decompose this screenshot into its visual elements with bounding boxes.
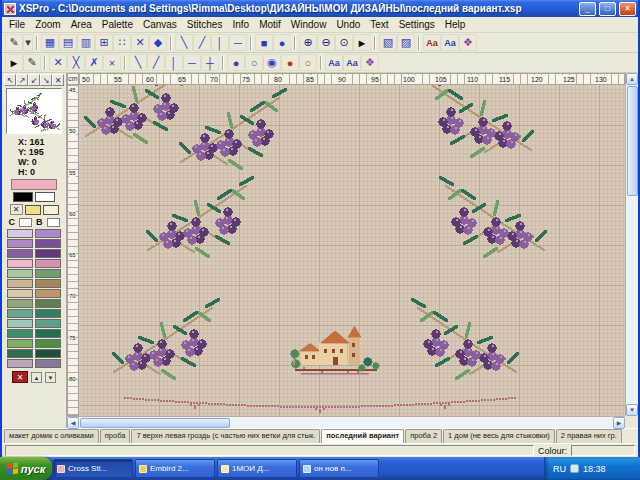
scroll-right-button[interactable]: ▶ [613, 417, 625, 429]
dir-tool-ne[interactable]: ↗ [16, 74, 28, 86]
filled-square-tool[interactable]: ■ [255, 34, 273, 51]
palette-swatch[interactable] [35, 319, 61, 328]
knot-red[interactable]: ● [281, 54, 299, 71]
palette-swatch[interactable] [7, 229, 33, 238]
minimize-button[interactable]: _ [579, 2, 596, 16]
full-cross-stitch[interactable]: ✕ [49, 54, 67, 71]
scroll-left-button[interactable]: ◀ [67, 417, 79, 429]
pencil-mode-dropdown[interactable]: ▾ [23, 34, 33, 51]
maximize-button[interactable]: □ [599, 2, 616, 16]
palette-swatch[interactable] [35, 249, 61, 258]
quarter-stitch-view[interactable]: ▥ [77, 34, 95, 51]
palette-swatch[interactable] [35, 309, 61, 318]
palette-swatch[interactable] [35, 359, 61, 368]
menu-undo[interactable]: Undo [331, 17, 365, 32]
palette-delete-button[interactable]: ✕ [12, 371, 28, 383]
palette-swatch[interactable] [35, 299, 61, 308]
dir-tool-nw[interactable]: ↖ [4, 74, 16, 86]
palette-swatch[interactable] [7, 309, 33, 318]
backstitch-diag-left[interactable]: ╲ [129, 54, 147, 71]
vertical-scrollbar[interactable]: ▲ ▼ [625, 73, 638, 416]
palette-tool[interactable]: ❖ [361, 54, 379, 71]
palette-swatch[interactable] [7, 339, 33, 348]
scroll-down-button[interactable]: ▼ [626, 404, 638, 416]
palette-swatch[interactable] [7, 359, 33, 368]
french-knot-outline[interactable]: ○ [245, 54, 263, 71]
task-button[interactable]: Cross Sti... [53, 459, 133, 478]
font-latin[interactable]: Aa [423, 34, 441, 51]
full-stitch-view[interactable]: ▦ [41, 34, 59, 51]
bead-tool[interactable]: ◉ [263, 54, 281, 71]
palette-scroll-down[interactable]: ▼ [45, 372, 56, 383]
palette-swatch[interactable] [35, 279, 61, 288]
vertical-scroll-thumb[interactable] [627, 86, 638, 196]
palette-swatch[interactable] [35, 229, 61, 238]
language-indicator[interactable]: RU [553, 464, 566, 474]
cross-marker[interactable]: ✕ [131, 34, 149, 51]
filled-circle-tool[interactable]: ● [273, 34, 291, 51]
select-tool[interactable]: ► [5, 54, 23, 71]
palette-swatch[interactable] [35, 259, 61, 268]
column-b-box[interactable] [47, 218, 60, 227]
tray-app-icon[interactable] [570, 464, 579, 473]
menu-window[interactable]: Window [286, 17, 332, 32]
palette-swatch[interactable] [7, 299, 33, 308]
grid-toggle[interactable]: ⊞ [95, 34, 113, 51]
pattern-canvas[interactable] [79, 85, 625, 416]
column-c-box[interactable] [19, 218, 32, 227]
pattern-view[interactable]: ▧ [379, 34, 397, 51]
palette-swatch[interactable] [35, 329, 61, 338]
pattern-tab[interactable]: макет домик с оливками [4, 429, 99, 443]
palette-swatch[interactable] [7, 349, 33, 358]
scroll-up-button[interactable]: ▲ [626, 73, 638, 85]
backstitch-line-h[interactable]: ─ [183, 54, 201, 71]
task-button[interactable]: Embird 2... [135, 459, 215, 478]
select-arrow[interactable]: ► [353, 34, 371, 51]
task-button[interactable]: он нов п... [299, 459, 379, 478]
cream-swatch[interactable] [43, 205, 59, 215]
menu-stitches[interactable]: Stitches [182, 17, 228, 32]
menu-info[interactable]: Info [227, 17, 254, 32]
current-color-swatch[interactable] [11, 179, 57, 190]
menu-motif[interactable]: Motif [254, 17, 286, 32]
menu-settings[interactable]: Settings [394, 17, 440, 32]
title-bar[interactable]: XSPro - C:\Documents and Settings\Rimma\… [2, 0, 638, 17]
zoom-out[interactable]: ⊖ [317, 34, 335, 51]
pattern-tab[interactable]: 7 верхн левая гроздь (с частью них ветки… [131, 429, 320, 443]
pattern-tab[interactable]: 2 правая них гр. [556, 429, 622, 443]
three-quarter-stitch[interactable]: ✗ [85, 54, 103, 71]
white-swatch[interactable] [35, 192, 55, 202]
start-button[interactable]: пуск [0, 457, 52, 480]
palette-colors[interactable]: ❖ [459, 34, 477, 51]
palette-swatch[interactable] [7, 259, 33, 268]
horizontal-scrollbar[interactable]: ◀ ▶ [67, 416, 625, 428]
palette-swatch[interactable] [35, 289, 61, 298]
task-button[interactable]: 1МОИ Д... [217, 459, 297, 478]
palette-swatch[interactable] [35, 239, 61, 248]
menu-zoom[interactable]: Zoom [30, 17, 66, 32]
menu-file[interactable]: File [4, 17, 30, 32]
palette-swatch[interactable] [7, 249, 33, 258]
menu-help[interactable]: Help [440, 17, 471, 32]
black-swatch[interactable] [13, 192, 33, 202]
half-stitch-view[interactable]: ▤ [59, 34, 77, 51]
backstitch-vertical[interactable]: │ [211, 34, 229, 51]
palette-swatch[interactable] [35, 269, 61, 278]
palette-swatch[interactable] [7, 239, 33, 248]
backstitch-diag-right[interactable]: ╱ [147, 54, 165, 71]
backstitch-horizontal[interactable]: ─ [229, 34, 247, 51]
diamond-marker[interactable]: ◆ [149, 34, 167, 51]
backstitch-ne[interactable]: ╱ [193, 34, 211, 51]
menu-canvas[interactable]: Canvas [138, 17, 182, 32]
menu-text[interactable]: Text [365, 17, 393, 32]
dir-tool-sw[interactable]: ↙ [28, 74, 40, 86]
text-latin[interactable]: Aa [325, 54, 343, 71]
dir-tool-se[interactable]: ↘ [40, 74, 52, 86]
french-knot-filled[interactable]: ● [227, 54, 245, 71]
backstitch-nw[interactable]: ╲ [175, 34, 193, 51]
dir-tool-cross[interactable]: ✕ [52, 74, 64, 86]
horizontal-scroll-thumb[interactable] [80, 418, 230, 428]
clear-color-button[interactable]: ✕ [10, 204, 23, 215]
quarter-stitch[interactable]: × [103, 54, 121, 71]
zoom-reset[interactable]: ⊙ [335, 34, 353, 51]
